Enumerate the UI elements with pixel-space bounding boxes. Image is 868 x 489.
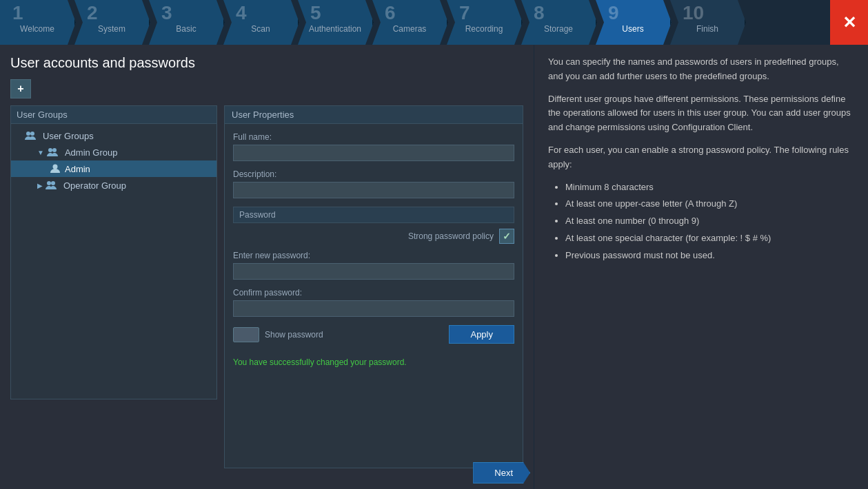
step-basic[interactable]: 3 Basic (149, 0, 225, 45)
step-cameras[interactable]: 6 Cameras (372, 0, 448, 45)
description-group: Description: (233, 169, 514, 198)
content-area: User Groups (10, 105, 523, 479)
tree-item-operator-group[interactable]: ▶ Operator Group (11, 177, 216, 194)
user-icon (50, 163, 61, 174)
help-para2: Different user groups have different per… (548, 92, 854, 135)
fullname-input[interactable] (233, 145, 514, 161)
tree-item-user-groups[interactable]: User Groups (11, 127, 216, 144)
svg-point-3 (52, 148, 57, 152)
add-user-button[interactable]: + (10, 79, 31, 98)
close-icon: ✕ (842, 13, 856, 32)
rule-4: At least one special character (for exam… (565, 231, 854, 246)
svg-point-6 (51, 181, 55, 185)
svg-point-4 (53, 165, 58, 169)
page-title: User accounts and passwords (10, 55, 523, 71)
help-para3: For each user, you can enable a strong p… (548, 143, 854, 172)
apply-button[interactable]: Apply (449, 325, 514, 344)
strong-policy-label: Strong password policy (408, 231, 494, 241)
left-panel: User accounts and passwords + User Group… (0, 45, 534, 489)
show-password-toggle[interactable] (233, 327, 259, 342)
description-label: Description: (233, 169, 514, 179)
rule-2: At least one upper-case letter (A throug… (565, 197, 854, 211)
tree-item-admin-group[interactable]: ▼ Admin Group (11, 144, 216, 160)
rule-5: Previous password must not be used. (565, 249, 854, 263)
password-section-title: Password (233, 207, 514, 223)
new-password-input[interactable] (233, 263, 514, 280)
show-password-row: Show password Apply (233, 325, 514, 344)
next-button[interactable]: Next (473, 462, 530, 483)
tree-item-admin[interactable]: Admin (11, 160, 216, 177)
step-storage[interactable]: 8 Storage (521, 0, 597, 45)
tree-header: User Groups (10, 105, 217, 124)
description-input[interactable] (233, 182, 514, 198)
operator-group-icon (46, 180, 59, 191)
wizard-header: 1 Welcome 2 System 3 Basic 4 Scan 5 Auth… (0, 0, 868, 45)
svg-point-5 (47, 181, 51, 185)
step-welcome[interactable]: 1 Welcome (0, 0, 76, 45)
step-users[interactable]: 9 Users (596, 0, 672, 45)
confirm-password-label: Confirm password: (233, 288, 514, 298)
properties-panel: User Properties Full name: Description: … (224, 105, 523, 479)
rule-1: Minimum 8 characters (565, 180, 854, 195)
help-para1: You can specify the names and passwords … (548, 55, 854, 84)
help-rules-list: Minimum 8 characters At least one upper-… (565, 180, 854, 263)
user-tree-panel: User Groups (10, 105, 217, 479)
step-scan[interactable]: 4 Scan (223, 0, 299, 45)
fullname-label: Full name: (233, 132, 514, 142)
svg-point-1 (30, 132, 34, 136)
svg-point-0 (26, 132, 30, 136)
close-button[interactable]: ✕ (830, 0, 868, 45)
fullname-group: Full name: (233, 132, 514, 161)
admin-group-icon (47, 147, 61, 158)
rule-3: At least one number (0 through 9) (565, 214, 854, 229)
success-message: You have successfully changed your passw… (233, 357, 514, 367)
group-icon (25, 130, 39, 141)
step-finish[interactable]: 10 Finish (670, 0, 746, 45)
strong-policy-checkbox[interactable]: ✓ (499, 229, 514, 244)
password-policy-row: Strong password policy ✓ (233, 229, 514, 244)
step-authentication[interactable]: 5 Authentication (298, 0, 374, 45)
new-password-group: Enter new password: (233, 251, 514, 280)
confirm-password-input[interactable] (233, 300, 514, 317)
confirm-password-group: Confirm password: (233, 288, 514, 317)
properties-body: Full name: Description: Password Strong … (224, 124, 523, 468)
svg-point-2 (48, 148, 52, 152)
right-panel: You can specify the names and passwords … (534, 45, 868, 489)
show-password-label: Show password (265, 330, 323, 340)
properties-header: User Properties (224, 105, 523, 124)
main-content: User accounts and passwords + User Group… (0, 45, 868, 489)
tree-body: User Groups ▼ (10, 124, 217, 399)
new-password-label: Enter new password: (233, 251, 514, 260)
step-recording[interactable]: 7 Recording (447, 0, 523, 45)
step-system[interactable]: 2 System (74, 0, 150, 45)
